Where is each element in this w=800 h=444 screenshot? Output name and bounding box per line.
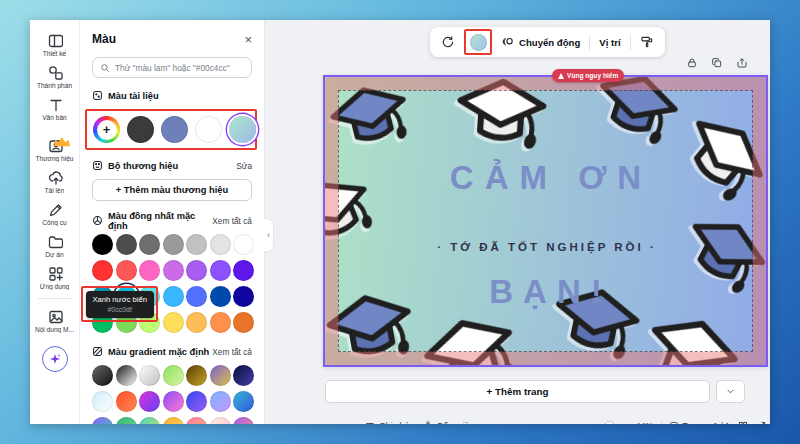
color-swatch[interactable] [233,286,254,307]
color-tooltip: Xanh nước biển #0cc0df [86,291,154,318]
image-icon [47,308,63,324]
position-button[interactable]: Vị trí [599,37,620,48]
pages-toggle[interactable]: Trang [670,421,705,424]
sidebar-item-uploads[interactable]: Tải lên [32,165,78,197]
background-color-button[interactable] [470,34,487,51]
color-swatch[interactable] [163,234,184,255]
color-swatch[interactable] [233,234,254,255]
color-swatch[interactable] [210,312,231,333]
color-swatch[interactable] [163,260,184,281]
zoom-slider-knob[interactable] [604,421,615,425]
color-swatch[interactable] [116,260,137,281]
sidebar-item-projects[interactable]: Dự án [32,229,78,261]
brand-kit-edit-link[interactable]: Sửa [236,161,252,171]
color-swatch[interactable] [92,234,113,255]
crown-icon [54,133,70,149]
color-swatch[interactable] [233,417,254,424]
color-swatch[interactable] [92,417,113,424]
sidebar-item-elements[interactable]: Thành phần [32,60,78,92]
toolbar-divider [589,35,590,50]
color-swatch[interactable] [116,417,137,424]
color-swatch[interactable] [139,365,160,386]
color-swatch[interactable] [139,234,160,255]
page-actions [686,57,748,69]
color-swatch[interactable] [210,260,231,281]
color-swatch[interactable] [186,391,207,412]
duplicate-page-icon[interactable] [711,57,723,69]
color-swatch[interactable] [195,116,222,143]
color-swatch[interactable] [210,365,231,386]
document-colors-title: Màu tài liệu [108,91,252,101]
headline-text[interactable]: CẢM ƠN [325,159,766,197]
color-swatch[interactable] [116,391,137,412]
zoom-value[interactable]: 44% [636,421,654,424]
panel-collapse-button[interactable]: ‹ [264,218,274,252]
headline2-text[interactable]: BẠN! [325,273,766,311]
color-swatch[interactable] [233,312,254,333]
animate-button[interactable]: Chuyển động [501,35,580,49]
color-swatch[interactable] [139,391,160,412]
color-swatch[interactable] [116,234,137,255]
sidebar-item-text[interactable]: Văn bản [32,92,78,124]
brand-kit-icon [92,160,103,171]
color-swatch[interactable] [163,286,184,307]
add-brand-color-button[interactable]: + Thêm màu thương hiệu [92,179,252,201]
color-swatch[interactable] [229,116,256,143]
color-swatch[interactable] [163,417,184,424]
context-toolbar: Chuyển động Vị trí [430,27,665,57]
panel-title: Màu [92,32,116,46]
color-swatch[interactable] [233,365,254,386]
color-swatch[interactable] [186,417,207,424]
solid-colors-see-all[interactable]: Xem tất cả [212,216,252,226]
export-page-icon[interactable] [736,57,748,69]
color-swatch[interactable] [163,365,184,386]
gradient-colors-see-all[interactable]: Xem tất cả [212,347,252,357]
design-page[interactable]: CẢM ƠN · TỚ ĐÃ TỐT NGHIỆP RỒI · BẠN! [323,75,768,367]
add-color-button[interactable]: + [93,116,120,143]
page-indicator: 1 / 1 [713,421,730,424]
color-swatch[interactable] [139,417,160,424]
color-swatch[interactable] [116,365,137,386]
color-swatch[interactable] [210,286,231,307]
color-swatch[interactable] [163,312,184,333]
color-swatch[interactable] [186,234,207,255]
color-search-input[interactable] [115,63,244,73]
sidebar-item-brand[interactable]: Thương hiệu [32,133,78,165]
color-swatch[interactable] [92,365,113,386]
color-swatch[interactable] [210,417,231,424]
notes-button[interactable]: Ghi chú [365,421,409,424]
color-swatch[interactable] [186,286,207,307]
color-swatch[interactable] [186,260,207,281]
fullscreen-button[interactable] [756,421,766,424]
color-swatch[interactable] [127,116,154,143]
app-window: Thiết kế Thành phần Văn bản Thương hiệu … [30,20,770,424]
subtitle-text[interactable]: · TỚ ĐÃ TỐT NGHIỆP RỒI · [325,241,766,253]
sidebar-item-magic-media[interactable]: Nội dung M... [32,304,78,336]
color-swatch[interactable] [233,391,254,412]
color-swatch[interactable] [92,391,113,412]
copy-style-button[interactable] [640,35,654,49]
color-swatch[interactable] [139,260,160,281]
color-search[interactable] [92,57,252,78]
sidebar-item-tools[interactable]: Công cụ [32,197,78,229]
sidebar-item-apps[interactable]: Ứng dụng [32,261,78,293]
close-icon[interactable]: × [244,33,252,46]
sidebar-item-design[interactable]: Thiết kế [32,28,78,60]
color-swatch[interactable] [210,234,231,255]
color-swatch[interactable] [161,116,188,143]
color-swatch[interactable] [186,312,207,333]
color-swatch[interactable] [233,260,254,281]
position-label: Vị trí [599,37,620,48]
color-swatch[interactable] [210,391,231,412]
add-page-button[interactable]: + Thêm trang [325,380,710,403]
redo-button[interactable] [441,35,455,49]
color-swatch[interactable] [163,391,184,412]
grid-view-button[interactable] [738,421,748,424]
color-swatch[interactable] [92,260,113,281]
canva-assistant-button[interactable] [42,346,68,372]
add-page-dropdown-button[interactable] [716,380,745,403]
graduation-cap [452,75,549,160]
timer-button[interactable]: Bấm giờ [423,421,470,424]
lock-icon[interactable] [686,57,698,69]
color-swatch[interactable] [186,365,207,386]
